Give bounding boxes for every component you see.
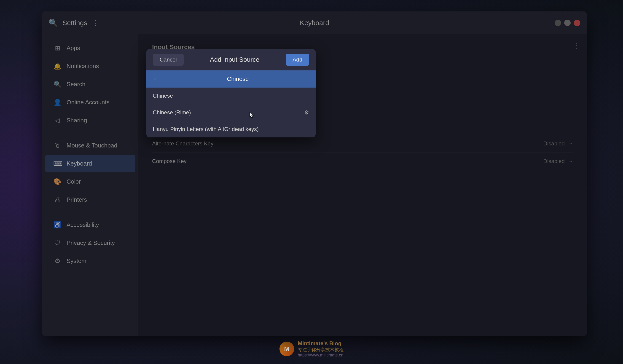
- branding: M Mintimate's Blog 专注于你分享技术教程 https://ww…: [279, 340, 344, 358]
- add-button[interactable]: Add: [286, 54, 309, 66]
- chinese-label: Chinese: [153, 93, 173, 99]
- add-input-source-dialog: Cancel Add Input Source Add ← Chinese Ch…: [146, 49, 316, 137]
- dialog-nav: ← Chinese: [146, 70, 316, 87]
- back-button[interactable]: ←: [151, 75, 161, 84]
- branding-url: https://www.mintimate.cn: [298, 353, 344, 358]
- list-item-chinese-rime[interactable]: Chinese (Rime) ⚙: [146, 104, 316, 121]
- branding-subtitle: 专注于你分享技术教程: [298, 347, 344, 353]
- cancel-button[interactable]: Cancel: [153, 54, 184, 66]
- rime-settings-icon: ⚙: [304, 109, 309, 116]
- hanyu-pinyin-label: Hanyu Pinyin Letters (with AltGr dead ke…: [153, 126, 259, 132]
- branding-title: Mintimate's Blog: [298, 340, 344, 347]
- dialog-titlebar: Cancel Add Input Source Add: [146, 49, 316, 70]
- dialog-body: ← Chinese Chinese Chinese (Rime) ⚙ Hanyu…: [146, 70, 316, 137]
- branding-logo: M: [279, 342, 294, 356]
- list-item-chinese[interactable]: Chinese: [146, 87, 316, 104]
- nav-label: Chinese: [165, 75, 311, 83]
- dialog-title: Add Input Source: [210, 56, 259, 63]
- branding-text-block: Mintimate's Blog 专注于你分享技术教程 https://www.…: [298, 340, 344, 358]
- chinese-rime-label: Chinese (Rime): [153, 109, 191, 116]
- list-item-hanyu-pinyin[interactable]: Hanyu Pinyin Letters (with AltGr dead ke…: [146, 121, 316, 137]
